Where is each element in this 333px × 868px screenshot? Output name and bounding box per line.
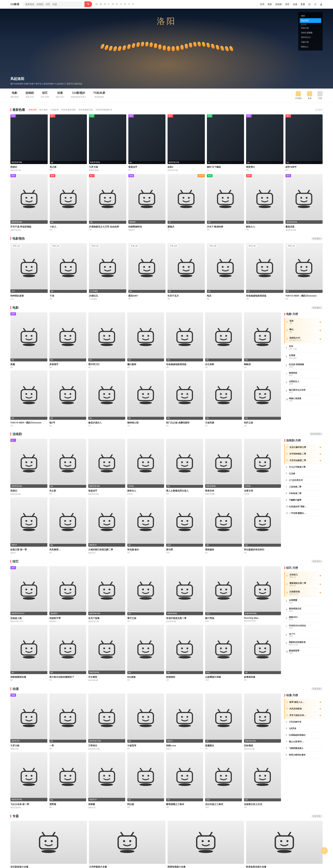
tab[interactable]: 热映强档 [28, 108, 37, 111]
video-card[interactable]: 更新至第8集暗夜归来更新至第8集 [205, 439, 242, 495]
video-card[interactable]: 即将上映HD布洛德威电影国语版HD [246, 243, 284, 300]
video-card[interactable]: 推荐HD谁是凶手HD [128, 115, 166, 172]
catnav-item[interactable]: 电影喜剧 爱情 [10, 91, 19, 98]
video-card[interactable]: HD黑暗森林HD [205, 497, 242, 554]
video-card[interactable]: 更新至第210集万界神主更新至第210集 [88, 693, 125, 750]
hero-side-item[interactable]: 星辰大海 [300, 26, 321, 30]
rank-item[interactable]: 2峰山HD▶ [285, 326, 323, 335]
rank-item[interactable]: 10高速营里季2021 [285, 648, 323, 656]
tab[interactable]: 外国强素新目剧 [78, 108, 93, 111]
video-card[interactable]: 抢先TC秦时·天下崛起TC [207, 115, 244, 172]
video-card[interactable]: HD吉诞夜出双义主泪HD [244, 752, 281, 809]
video-card[interactable]: 欧美放类合剧大合集 [246, 821, 323, 868]
site-logo[interactable]: 114影视 [10, 3, 19, 6]
video-card[interactable]: 共35集当家主母共35集 [244, 439, 281, 495]
rank-item[interactable]: 9钱王莫非女从何来2021 [285, 387, 323, 395]
catnav-item[interactable]: 114影视好喜爱找更多好看片 [71, 91, 86, 98]
more-link[interactable]: 更多综艺> [311, 560, 323, 563]
tab[interactable]: 小城故事 [50, 108, 59, 111]
hero-side-item[interactable]: 当家主母 [300, 40, 321, 44]
rank-item[interactable]: 2向风后别贬鱼▶ [285, 706, 323, 712]
video-card[interactable]: 2021山脉震荡日局着2021 [205, 625, 242, 681]
video-card[interactable]: 共42集斛珠夫人共42集 [127, 439, 164, 495]
nav-variety[interactable]: 综艺 [285, 3, 290, 6]
rank-item[interactable]: 2对手特种部队二季▶ [285, 451, 323, 457]
video-card[interactable]: 更新至第10集百妖谱战更新至第10集 [244, 693, 281, 750]
video-card[interactable]: 更新至第6期开水素告更新至第6期 [88, 625, 125, 681]
rank-item[interactable]: 1生活大爆炸第九季▶ [285, 444, 323, 451]
open-icon[interactable]: 开通 [318, 91, 323, 100]
video-card[interactable]: HD黑人之妻最优男女爸人HD [166, 439, 203, 495]
video-card[interactable]: 更新至10大城归家们有意沉醉二季更新至10 [88, 497, 125, 554]
tab[interactable]: 独立电影 [39, 108, 48, 111]
video-card[interactable]: HD穿过森森的有别来归HD [244, 497, 281, 554]
rank-item[interactable]: 5简张明琪仪式2021 [285, 606, 323, 614]
video-card[interactable]: 热门HD战争与和平HD [286, 115, 323, 172]
video-card[interactable]: 更新12初吻Love更新12 [166, 693, 203, 750]
live-icon[interactable]: 直播 [307, 91, 312, 100]
video-card[interactable]: HD荒野棘HD [49, 752, 87, 809]
hero-side-item[interactable]: 老表们是暖暖 [300, 30, 321, 35]
video-card[interactable]: 热门更新至第10集西游记更新至第10集 [10, 439, 47, 495]
rank-item[interactable]: 10神秘匕首战客2021 [285, 395, 323, 404]
more-link[interactable]: 更多电影> [311, 306, 323, 309]
video-card[interactable]: 国语HD暗夜博士HD [246, 115, 284, 172]
rank-item[interactable]: 4芳华2017 内地 [285, 343, 323, 352]
rank-item[interactable]: 8不昨终第二季 [285, 490, 323, 497]
hero-side-item[interactable]: 风起洛阳 [300, 18, 321, 23]
nav-home[interactable]: 首页 [260, 3, 265, 6]
video-card[interactable]: 国语更新至第10集开关不是·终场首领版更新至第10集 [10, 174, 48, 231]
nav-tv[interactable]: 连续剧 [275, 3, 282, 6]
video-card[interactable]: HD沙丘刺客HD [205, 312, 242, 368]
vip-icon[interactable]: VIP电影 [295, 91, 302, 100]
rank-item[interactable]: 6白洞就趋的强温社 [285, 732, 323, 739]
video-card[interactable]: HD青芒之旅HD [127, 566, 164, 623]
rank-item[interactable]: 3热情似火03HD 2021-12-24▶ [285, 335, 323, 343]
video-card[interactable]: 更新期10我是歌手季更新期10 [49, 566, 87, 623]
rank-item[interactable]: 7智齿恰恰2021 [285, 370, 323, 378]
video-card[interactable]: 国语更新至第10集西游记更新至第10集 [10, 115, 48, 172]
video-card[interactable]: HD初阡之路HD [244, 370, 281, 427]
tab[interactable]: 外国强素席电影 [61, 108, 76, 111]
video-card[interactable]: HD布洛德威电影国语版HD [166, 312, 203, 368]
video-card[interactable]: 即将上映HD重回1997HD [128, 243, 166, 300]
video-card[interactable]: 推荐更新至20211212这就是人脉更新至20211212 [10, 566, 47, 623]
video-card[interactable]: 即将上映今日特种部队新章今日 [10, 243, 48, 300]
video-card[interactable]: 热门更新至第12集误杀2更新至第12集 [168, 115, 205, 172]
rank-item[interactable]: 61门北外界作书 [285, 477, 323, 484]
back-to-top[interactable] [321, 847, 328, 854]
nav-anime[interactable]: 动漫 [293, 3, 297, 6]
rank-item[interactable]: 11一平有榜·暖暖生… [285, 510, 323, 517]
video-card[interactable]: HD恶魔重生HD [205, 693, 242, 750]
video-card[interactable]: HD异形猎手HD [49, 312, 87, 368]
video-card[interactable]: HD精神病心理HD [127, 370, 164, 427]
video-card[interactable]: 即将上映HDTOKYO MER～隅田川missionHD [286, 243, 323, 300]
video-card[interactable]: HD雪中悍刀行HD [88, 312, 125, 368]
video-card[interactable]: 推荐HD夜魔HD [10, 312, 47, 368]
more-link[interactable]: 更多动漫> [311, 687, 323, 690]
hero-side-item[interactable]: 斛珠夫人 [300, 44, 321, 49]
video-card[interactable]: 即将上映HD不老HD [50, 243, 87, 300]
video-card[interactable]: HD西门无之雄:虎樱花期军HD [166, 370, 203, 427]
catnav-item[interactable]: 综艺综艺 选秀 [41, 91, 49, 98]
video-card[interactable]: HD蜘蛛侠HD [244, 312, 281, 368]
rank-item[interactable]: 9快穿之教判红着本 [285, 752, 323, 758]
video-card[interactable]: 更新至第5期有选对就是先真二季更新至第5期 [166, 566, 203, 623]
tab[interactable]: 外国动画教编外卖 [96, 108, 112, 111]
video-card[interactable]: HD天使风暴HD [205, 370, 242, 427]
video-card[interactable]: 即将上映HD长安不见月HD [168, 243, 205, 300]
rank-item[interactable]: 9千醒醉六隆季 [285, 497, 323, 503]
catnav-item[interactable]: 动漫搞笑 科幻 [56, 91, 64, 98]
video-card[interactable]: HD魔幻森林HD [127, 312, 164, 368]
video-card[interactable]: HD致2号HD [49, 370, 87, 427]
hero-banner[interactable]: 洛阳 风起洛阳 棚户出身的黄轩,机缘巧合救了被不良人追杀的苏颖小七,由此卷入了庙… [0, 9, 333, 89]
rank-item[interactable]: 8太阳的女人2018 [285, 378, 323, 387]
rank-item[interactable]: 836.7℃2021 [285, 631, 323, 639]
video-card[interactable]: 独播更新至186斗罗大陆更新至186 [10, 693, 47, 750]
video-card[interactable]: 高清HD月光下·教场特典HD [207, 174, 244, 231]
video-card[interactable]: HD故事探风暴HD [244, 625, 281, 681]
video-card[interactable]: 热门HD沙漠驰援花之大王帝·自由挂帅HD [89, 174, 126, 231]
rank-item[interactable]: 3天空市凶案第二季▶ [285, 457, 323, 464]
video-card[interactable]: 高清更新至186集斗罗大陆更新至186集 [89, 115, 126, 172]
video-card[interactable]: 2021新口秀场2021 [205, 566, 242, 623]
